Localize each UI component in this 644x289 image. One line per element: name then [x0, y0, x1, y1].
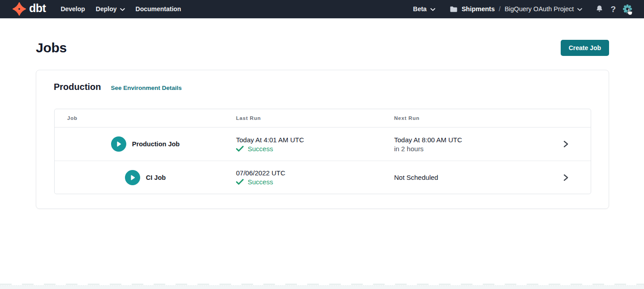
settings-gear-icon[interactable]	[623, 4, 632, 14]
breadcrumb-account[interactable]: Shipments	[462, 5, 495, 13]
table-header-row: Job Last Run Next Run	[55, 109, 591, 128]
nav-item-label: Deploy	[96, 5, 117, 13]
jobs-table: Job Last Run Next Run Production Job Tod…	[54, 109, 591, 194]
mouse-cursor-icon	[626, 8, 632, 17]
chevron-down-icon	[577, 8, 582, 11]
nav-item-develop[interactable]: Develop	[60, 5, 85, 13]
breadcrumb-project-dropdown[interactable]: BigQuery OAuth Project	[505, 5, 583, 13]
environment-card: Production See Environment Details Job L…	[36, 70, 609, 209]
run-job-play-button[interactable]	[111, 136, 126, 152]
row-chevron-cell	[541, 161, 591, 194]
status-badge: Success	[248, 145, 273, 153]
create-job-button[interactable]: Create Job	[561, 40, 609, 56]
success-check-icon	[236, 179, 244, 185]
see-environment-details-link[interactable]: See Environment Details	[111, 85, 182, 91]
page-header: Jobs Create Job	[36, 38, 609, 58]
dbt-logo-text: dbt	[29, 3, 46, 15]
chevron-right-icon[interactable]	[563, 140, 569, 148]
next-run-time: Not Scheduled	[394, 174, 541, 181]
bottom-strip	[0, 285, 644, 289]
bottom-dashed-divider	[0, 284, 644, 285]
table-row-production-job[interactable]: Production Job Today At 4:01 AM UTC Succ…	[55, 128, 591, 161]
breadcrumb: Shipments / BigQuery OAuth Project	[450, 5, 583, 13]
success-check-icon	[236, 146, 244, 152]
column-header-job: Job	[55, 115, 223, 121]
next-run-cell: Today At 8:00 AM UTC in 2 hours	[382, 128, 541, 161]
table-row-ci-job[interactable]: CI Job 07/06/2022 UTC Success Not Schedu…	[55, 161, 591, 194]
chevron-right-icon[interactable]	[563, 174, 569, 181]
job-cell: Production Job	[55, 128, 223, 161]
nav-item-documentation[interactable]: Documentation	[136, 5, 181, 13]
status-badge: Success	[248, 178, 273, 186]
job-name: Production Job	[132, 140, 180, 148]
top-navbar: dbt Develop Deploy Documentation Beta	[0, 0, 644, 18]
beta-label: Beta	[413, 5, 426, 13]
chevron-down-icon	[430, 8, 435, 11]
page-title: Jobs	[36, 40, 67, 55]
environment-header: Production See Environment Details	[36, 70, 609, 92]
nav-item-label: Develop	[60, 5, 85, 13]
environment-name: Production	[54, 82, 101, 92]
run-job-play-button[interactable]	[125, 170, 140, 185]
last-run-cell: 07/06/2022 UTC Success	[223, 161, 382, 194]
next-run-time: Today At 8:00 AM UTC	[394, 136, 541, 144]
last-run-time: Today At 4:01 AM UTC	[236, 136, 382, 144]
nav-item-deploy[interactable]: Deploy	[96, 5, 125, 13]
row-chevron-cell	[541, 128, 591, 161]
last-run-time: 07/06/2022 UTC	[236, 169, 382, 177]
next-run-relative: in 2 hours	[394, 145, 541, 153]
notifications-bell-icon[interactable]	[595, 4, 604, 13]
breadcrumb-project-label: BigQuery OAuth Project	[505, 5, 574, 13]
job-cell: CI Job	[55, 161, 223, 194]
breadcrumb-separator: /	[499, 5, 501, 13]
status-line: Success	[236, 178, 382, 186]
chevron-down-icon	[120, 8, 125, 11]
last-run-cell: Today At 4:01 AM UTC Success	[223, 128, 382, 161]
column-header-next-run: Next Run	[382, 115, 541, 121]
dbt-logo[interactable]: dbt	[13, 2, 46, 16]
folder-icon	[450, 6, 458, 13]
dbt-logo-icon	[13, 2, 26, 16]
next-run-cell: Not Scheduled	[382, 161, 541, 194]
nav-left: dbt Develop Deploy Documentation	[13, 2, 181, 16]
help-icon[interactable]: ?	[610, 5, 616, 13]
column-header-last-run: Last Run	[223, 115, 382, 121]
nav-items: Develop Deploy Documentation	[60, 5, 181, 13]
status-line: Success	[236, 145, 382, 153]
nav-icon-group: ?	[595, 4, 632, 14]
nav-right: Beta Shipments / BigQuery OAuth Project	[413, 4, 632, 14]
job-name: CI Job	[146, 174, 166, 181]
beta-dropdown[interactable]: Beta	[413, 5, 435, 13]
nav-item-label: Documentation	[136, 5, 181, 13]
